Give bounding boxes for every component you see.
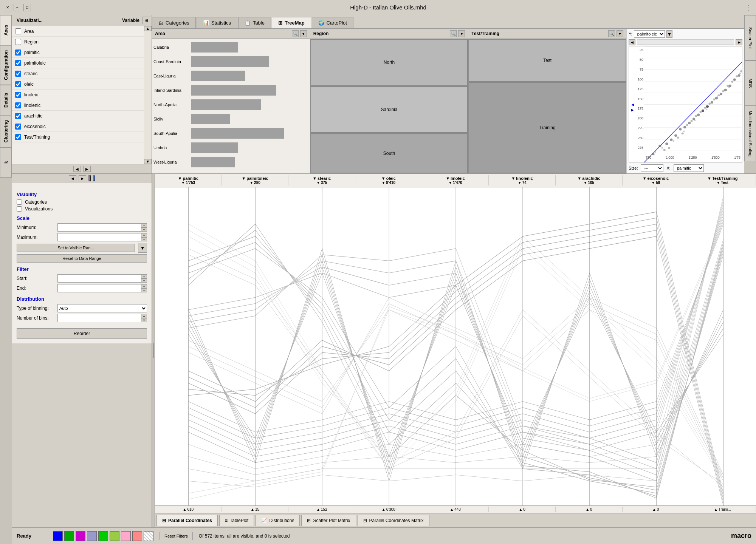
maximum-input[interactable] xyxy=(57,233,141,241)
svg-point-40 xyxy=(695,115,697,117)
minimum-input[interactable] xyxy=(57,223,141,232)
scatter-nav-left[interactable]: ◀ xyxy=(629,39,635,45)
splitter-vertical[interactable] xyxy=(152,174,155,527)
swatch-pink[interactable] xyxy=(121,531,131,541)
tab-cartoplot[interactable]: 🌍 CartoPlot xyxy=(312,17,353,28)
region-zoom-btn[interactable]: 🔍 xyxy=(450,30,457,37)
set-visible-btn[interactable]: Set to Visible Ran... xyxy=(17,244,135,252)
testtraining-menu-btn[interactable]: ▼ xyxy=(617,30,623,37)
testtraining-checkbox[interactable] xyxy=(15,134,21,140)
tab-scatter-plot-matrix[interactable]: ⊞ Scatter Plot Matrix xyxy=(301,515,356,526)
tab-table[interactable]: 📋 Table xyxy=(238,17,271,28)
axis-linolenic-max: ▼ 74 xyxy=(489,181,555,185)
training-rect: Training xyxy=(468,82,626,173)
swatch-magenta[interactable] xyxy=(76,531,85,541)
sidebar-tab-k[interactable]: k xyxy=(0,147,12,178)
swatch-olive[interactable] xyxy=(110,531,119,541)
nav-left-btn[interactable]: ◀ xyxy=(73,166,81,172)
binning-select[interactable]: Auto xyxy=(57,304,147,312)
stearic-checkbox[interactable] xyxy=(15,71,21,77)
minimum-up-btn[interactable]: ▲ xyxy=(141,223,147,227)
swatch-pattern[interactable] xyxy=(144,531,153,541)
config-nav-left[interactable]: ◀ xyxy=(69,175,76,181)
list-item: West-Liguria xyxy=(153,155,308,169)
right-tab-scatter[interactable]: Scatter Plot xyxy=(744,15,756,60)
region-checkbox[interactable] xyxy=(15,39,21,45)
tab-statistics[interactable]: 📊 Statistics xyxy=(197,17,237,28)
arachidic-checkbox[interactable] xyxy=(15,113,21,119)
start-down-btn[interactable]: ▼ xyxy=(141,278,147,283)
svg-point-45 xyxy=(717,94,720,96)
maximum-down-btn[interactable]: ▼ xyxy=(141,237,147,241)
sidebar-tab-axes[interactable]: Axes xyxy=(0,15,12,45)
close-button[interactable]: ✕ xyxy=(4,4,11,11)
y-label-150: 150 xyxy=(630,97,643,101)
end-down-btn[interactable]: ▼ xyxy=(141,288,147,292)
numbins-down-btn[interactable]: ▼ xyxy=(141,318,147,322)
reset-data-btn[interactable]: Reset to Data Range xyxy=(17,254,147,263)
swatch-blue[interactable] xyxy=(53,531,63,541)
swatch-salmon[interactable] xyxy=(132,531,142,541)
region-menu-btn[interactable]: ▼ xyxy=(458,30,465,37)
numbins-input[interactable] xyxy=(57,314,141,322)
categories-check[interactable] xyxy=(17,199,22,205)
end-input[interactable] xyxy=(57,284,141,292)
start-up-btn[interactable]: ▲ xyxy=(141,274,147,278)
palmitic-checkbox[interactable] xyxy=(15,49,21,56)
tab-tableplot[interactable]: ≡ TablePlot xyxy=(219,515,254,526)
eicosenoic-checkbox[interactable] xyxy=(15,124,21,130)
tab-distributions[interactable]: 📈 Distributions xyxy=(256,515,300,526)
tab-parallel-coordinates[interactable]: ⊟ Parallel Coordinates xyxy=(156,515,218,526)
area-menu-btn[interactable]: ▼ xyxy=(300,30,307,37)
right-tab-multidimensional[interactable]: Multidimensional Scaling xyxy=(744,106,756,161)
sidebar-tab-clustering[interactable]: Clustering xyxy=(0,115,12,147)
palmitoleic-checkbox[interactable] xyxy=(15,60,21,66)
swatch-lavender[interactable] xyxy=(87,531,97,541)
tab-categories[interactable]: 🗂 Categories xyxy=(152,17,196,28)
maximum-up-btn[interactable]: ▲ xyxy=(141,233,147,237)
tab-treemap[interactable]: ⊞ TreeMap xyxy=(272,17,311,28)
reorder-button[interactable]: Reorder xyxy=(17,328,147,339)
axis-linoleic: ▼ linoleic ▼ 1'470 xyxy=(422,175,489,185)
start-input[interactable] xyxy=(57,274,141,283)
scroll-down-btn[interactable]: ▼ xyxy=(144,159,152,164)
end-up-btn[interactable]: ▲ xyxy=(141,284,147,288)
set-visible-dropdown-btn[interactable]: ▼ xyxy=(138,243,147,253)
minimize-button[interactable]: − xyxy=(14,4,21,11)
linolenic-label: linolenic xyxy=(24,103,141,108)
testtraining-zoom-btn[interactable]: 🔍 xyxy=(608,30,615,37)
x-select[interactable]: palmitic xyxy=(674,164,704,172)
linoleic-checkbox[interactable] xyxy=(15,92,21,98)
area-zoom-btn[interactable]: 🔍 xyxy=(292,30,299,37)
maximize-button[interactable]: □ xyxy=(23,4,31,11)
start-spinner: ▲ ▼ xyxy=(57,274,147,283)
oleic-checkbox[interactable] xyxy=(15,81,21,87)
config-slider-right[interactable] xyxy=(93,175,95,181)
config-slider-left[interactable] xyxy=(88,175,91,181)
reset-filters-btn[interactable]: Reset Filters xyxy=(160,532,193,540)
swatch-green[interactable] xyxy=(64,531,74,541)
variable-settings-icon[interactable]: ⊞ xyxy=(143,17,150,24)
nav-right-btn[interactable]: ▶ xyxy=(83,166,91,172)
scroll-up-btn[interactable]: ▲ xyxy=(144,26,152,31)
tab-parallel-coordinates-matrix[interactable]: ⊟ Parallel Coordinates Matrix xyxy=(358,515,429,526)
scatter-nav-right[interactable]: ▶ xyxy=(736,39,742,45)
linolenic-checkbox[interactable] xyxy=(15,102,21,108)
config-nav-right[interactable]: ▶ xyxy=(79,175,86,181)
sidebar-tab-details[interactable]: Details xyxy=(0,85,12,115)
scatter-scrollbar[interactable] xyxy=(637,39,734,45)
right-tab-mds[interactable]: MDS xyxy=(744,60,756,106)
numbins-up-btn[interactable]: ▲ xyxy=(141,314,147,318)
sicily-bar xyxy=(191,114,230,124)
visualizations-check[interactable] xyxy=(17,206,22,212)
scatter-y-expand-btn[interactable]: ▼ xyxy=(666,30,672,38)
size-select[interactable]: --- xyxy=(641,164,663,172)
minimum-down-btn[interactable]: ▼ xyxy=(141,227,147,232)
swatch-bright-green[interactable] xyxy=(98,531,108,541)
scatter-y-select[interactable]: palmitoleic xyxy=(634,30,665,38)
axis-linolenic-name: ▼ linolenic xyxy=(489,176,555,181)
axis-linolenic-min: ▲ 0 xyxy=(489,507,556,512)
scatter-nav: ◀ ▶ xyxy=(629,39,742,45)
sidebar-tab-configuration[interactable]: Configuration xyxy=(0,45,12,85)
area-checkbox[interactable] xyxy=(15,28,21,34)
